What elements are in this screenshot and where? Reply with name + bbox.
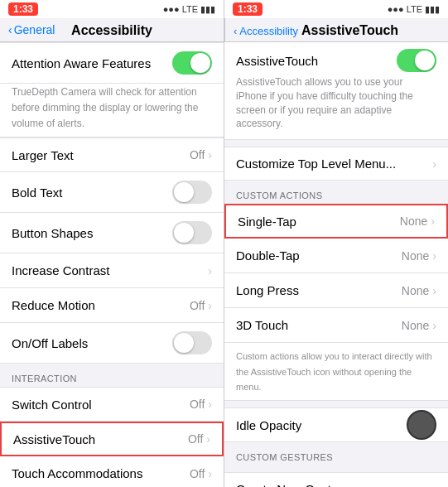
long-press-right: None › bbox=[402, 284, 436, 297]
switch-control-label: Switch Control bbox=[12, 398, 92, 412]
left-lte: LTE bbox=[182, 4, 198, 14]
create-gesture-chevron: › bbox=[432, 483, 436, 487]
onoff-labels-label: On/Off Labels bbox=[12, 336, 88, 350]
left-panel: 1:33 ●●● LTE ▮▮▮ ‹ General Accessibility… bbox=[0, 0, 224, 487]
right-back-chevron: ‹ bbox=[234, 25, 237, 37]
customize-cell[interactable]: Customize Top Level Menu... › bbox=[224, 147, 448, 181]
reduce-motion-label: Reduce Motion bbox=[12, 298, 95, 312]
reduce-motion-value: Off bbox=[190, 299, 205, 312]
bold-text-label: Bold Text bbox=[12, 186, 62, 200]
larger-text-cell[interactable]: Larger Text Off › bbox=[0, 137, 224, 172]
assistive-touch-right: Off › bbox=[188, 432, 210, 446]
switch-control-right: Off › bbox=[190, 398, 212, 411]
reduce-motion-right: Off › bbox=[190, 299, 212, 312]
custom-gestures-header: CUSTOM GESTURES bbox=[224, 442, 448, 465]
assistive-desc-text: AssistiveTouch allows you to use your iP… bbox=[236, 75, 436, 131]
assistive-touch-label: AssistiveTouch bbox=[13, 432, 95, 446]
create-gesture-cell[interactable]: Create New Gesture... › bbox=[224, 472, 448, 487]
larger-text-value: Off bbox=[190, 148, 205, 162]
toggle-thumb bbox=[190, 53, 210, 73]
left-back-label: General bbox=[14, 23, 55, 36]
long-press-label: Long Press bbox=[236, 283, 299, 297]
touch-accom-right: Off › bbox=[190, 467, 212, 480]
switch-control-value: Off bbox=[190, 398, 205, 411]
button-shapes-toggle[interactable] bbox=[172, 221, 212, 244]
assistive-touch-value: Off bbox=[188, 432, 203, 446]
increase-contrast-right: › bbox=[208, 264, 212, 277]
bold-text-toggle-thumb bbox=[174, 182, 194, 202]
single-tap-value: None bbox=[400, 215, 427, 228]
custom-actions-header: CUSTOM ACTIONS bbox=[224, 181, 448, 204]
left-signal: ●●● bbox=[163, 4, 180, 14]
right-status-right: ●●● LTE ▮▮▮ bbox=[388, 4, 440, 15]
right-3d-touch-label: 3D Touch bbox=[236, 318, 288, 332]
increase-contrast-cell[interactable]: Increase Contrast › bbox=[0, 253, 224, 288]
opacity-circle bbox=[407, 410, 436, 440]
double-tap-right: None › bbox=[402, 249, 436, 263]
touch-accom-label: Touch Accommodations bbox=[12, 466, 142, 480]
single-tap-label: Single-Tap bbox=[238, 215, 296, 229]
single-tap-cell[interactable]: Single-Tap None › bbox=[224, 204, 448, 239]
right-panel: 1:33 ●●● LTE ▮▮▮ ‹ Accessibility Assisti… bbox=[224, 0, 448, 487]
switch-control-chevron: › bbox=[208, 398, 212, 411]
single-tap-right: None › bbox=[400, 215, 435, 228]
assistive-toggle[interactable] bbox=[397, 49, 436, 72]
long-press-cell[interactable]: Long Press None › bbox=[224, 273, 448, 308]
attention-aware-label: Attention Aware Features bbox=[12, 56, 151, 70]
assistive-touch-cell[interactable]: AssistiveTouch Off › bbox=[0, 422, 224, 456]
assistive-toggle-row: AssistiveTouch bbox=[236, 49, 436, 72]
button-shapes-label: Button Shapes bbox=[12, 226, 93, 240]
left-battery: ▮▮▮ bbox=[200, 4, 215, 15]
right-back-label: Accessibility bbox=[239, 25, 298, 37]
long-press-chevron: › bbox=[432, 284, 436, 297]
switch-control-cell[interactable]: Switch Control Off › bbox=[0, 387, 224, 422]
right-signal: ●●● bbox=[388, 4, 404, 14]
increase-contrast-chevron: › bbox=[208, 264, 212, 277]
left-status-bar: 1:33 ●●● LTE ▮▮▮ bbox=[0, 0, 224, 18]
double-tap-chevron: › bbox=[432, 249, 436, 263]
idle-opacity-cell[interactable]: Idle Opacity bbox=[224, 407, 448, 442]
onoff-labels-cell[interactable]: On/Off Labels bbox=[0, 323, 224, 364]
assistive-description-block: AssistiveTouch AssistiveTouch allows you… bbox=[224, 42, 448, 140]
attention-aware-cell[interactable]: Attention Aware Features bbox=[0, 42, 224, 84]
right-nav-back[interactable]: ‹ Accessibility bbox=[234, 25, 298, 37]
button-shapes-toggle-thumb bbox=[174, 223, 194, 243]
long-press-value: None bbox=[402, 284, 429, 297]
left-nav-bar: ‹ General Accessibility bbox=[0, 18, 224, 42]
interaction-header: INTERACTION bbox=[0, 364, 224, 387]
left-settings-list: Attention Aware Features TrueDepth Camer… bbox=[0, 42, 224, 487]
right-lte: LTE bbox=[407, 4, 422, 14]
right-nav-bar: ‹ Accessibility AssistiveTouch bbox=[224, 18, 448, 42]
larger-text-right: Off › bbox=[190, 148, 212, 162]
left-status-right: ●●● LTE ▮▮▮ bbox=[163, 4, 215, 15]
left-back-chevron: ‹ bbox=[8, 23, 12, 36]
right-3d-touch-cell[interactable]: 3D Touch None › bbox=[224, 308, 448, 343]
reduce-motion-cell[interactable]: Reduce Motion Off › bbox=[0, 288, 224, 323]
create-gesture-label: Create New Gesture... bbox=[236, 482, 359, 487]
touch-accom-value: Off bbox=[190, 467, 205, 480]
right-3d-touch-value: None bbox=[402, 319, 429, 332]
attention-aware-toggle[interactable] bbox=[172, 51, 212, 75]
bold-text-toggle[interactable] bbox=[172, 181, 212, 204]
right-3d-touch-right: None › bbox=[402, 319, 436, 332]
assistive-toggle-thumb bbox=[415, 51, 435, 70]
button-shapes-cell[interactable]: Button Shapes bbox=[0, 213, 224, 253]
larger-text-chevron: › bbox=[208, 148, 212, 162]
double-tap-value: None bbox=[402, 249, 429, 263]
onoff-labels-toggle-thumb bbox=[174, 333, 194, 353]
attention-aware-desc-text: TrueDepth Camera will check for attentio… bbox=[12, 86, 198, 129]
idle-opacity-label: Idle Opacity bbox=[236, 418, 301, 432]
right-status-bar: 1:33 ●●● LTE ▮▮▮ bbox=[224, 0, 448, 18]
idle-opacity-right bbox=[407, 410, 436, 440]
touch-accom-cell[interactable]: Touch Accommodations Off › bbox=[0, 456, 224, 487]
larger-text-label: Larger Text bbox=[12, 148, 74, 162]
bold-text-cell[interactable]: Bold Text bbox=[0, 172, 224, 213]
increase-contrast-label: Increase Contrast bbox=[12, 263, 109, 277]
customize-label: Customize Top Level Menu... bbox=[236, 157, 396, 171]
double-tap-cell[interactable]: Double-Tap None › bbox=[224, 239, 448, 273]
right-battery: ▮▮▮ bbox=[425, 4, 440, 15]
touch-accom-chevron: › bbox=[208, 467, 212, 480]
onoff-labels-toggle[interactable] bbox=[172, 331, 212, 354]
left-time: 1:33 bbox=[8, 2, 38, 16]
right-3d-touch-chevron: › bbox=[432, 319, 436, 332]
